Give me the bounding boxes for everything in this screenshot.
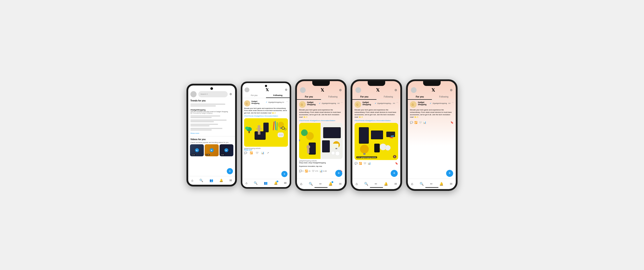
p1-bar (190, 117, 212, 118)
p1-search-bar[interactable]: Search X (198, 91, 228, 97)
p5-tab-following[interactable]: Following (432, 94, 456, 100)
p4-nav-bell[interactable]: 🔔 (384, 182, 388, 186)
p2-more-icon[interactable]: ··· (286, 100, 288, 103)
p3-nav-home[interactable]: ⌂ (300, 182, 302, 186)
p5-like-icon[interactable]: 🤍 (419, 121, 422, 124)
p2-tab-foryou[interactable]: For you (242, 93, 266, 98)
p2-tweet-header: G Gadget Shopping ✓ @gadgetshopping Ad ·… (244, 100, 288, 107)
p5-tweet-meta: Gadget Shopping ✓ @gadgetshopping Ad (418, 101, 450, 106)
p3-tweet-images[interactable] (299, 123, 343, 159)
p4-video-site: gadgetshopping.website (361, 156, 376, 158)
p1-nav-search[interactable]: 🔍 (200, 179, 203, 182)
p4-nav-home[interactable]: ⌂ (356, 182, 358, 186)
p2-stats-icon[interactable]: 📊 (261, 151, 264, 154)
p5-nav-compose[interactable]: ✏ (430, 182, 433, 186)
p4-fab[interactable]: + (391, 170, 398, 177)
p4-nav-search[interactable]: 🔍 (364, 182, 368, 186)
p4-comment-icon[interactable]: 💬 (354, 162, 358, 165)
p3-more-icon[interactable]: ··· (341, 101, 343, 104)
p3-tab-following[interactable]: Following (321, 94, 345, 100)
p5-nav-home[interactable]: ⌂ (411, 182, 413, 186)
p3-views-action[interactable]: 📊 8.4M (320, 170, 327, 172)
p5-more-icon[interactable]: ··· (452, 101, 454, 104)
p2-retweet-icon[interactable]: 🔁 (250, 151, 253, 154)
p2-tweet-card: G Gadget Shopping ✓ @gadgetshopping Ad ·… (242, 99, 290, 156)
p1-videos-row: ▶ 11.2K ▶ 2.7M ▶ 8.2M (188, 144, 235, 156)
p5-fab[interactable]: + (446, 170, 453, 177)
p3-nav-search[interactable]: 🔍 (309, 182, 313, 186)
p1-nav-home[interactable]: ⌂ (191, 179, 193, 182)
p3-gear-icon[interactable]: ⚙ (339, 88, 342, 92)
p2-tweet-meta: Gadget Shopping ✓ @gadgetshopping Ad (251, 100, 284, 104)
p3-fab[interactable]: + (335, 170, 342, 177)
p1-nav-bell[interactable]: 🔔 (219, 179, 223, 182)
p1-hashtag-item[interactable]: #GadgetShopping Join the revolution and … (188, 108, 235, 115)
p1-avatar[interactable] (190, 91, 196, 97)
p4-bookmark-icon[interactable]: 🔖 (395, 162, 398, 165)
p3-retweet-action[interactable]: 🔁 23 (305, 170, 310, 172)
p2-fab[interactable]: + (281, 171, 288, 177)
p1-video-3[interactable]: ▶ 8.2M (220, 144, 233, 156)
p4-gear-icon[interactable]: ⚙ (394, 88, 397, 92)
p2-nav-mail[interactable]: ✉ (284, 181, 286, 185)
p1-play-3[interactable]: ▶ (224, 148, 228, 152)
p5-bookmark-icon[interactable]: 🔖 (450, 121, 454, 124)
p5-retweet-icon[interactable]: 🔁 (414, 121, 418, 124)
p3-tab-foryou[interactable]: For you (297, 94, 321, 100)
p4-avatar[interactable] (356, 87, 361, 93)
svg-point-35 (306, 145, 310, 149)
p2-like-icon[interactable]: 🤍 (256, 151, 258, 154)
p5-nav-mail[interactable]: ✉ (450, 182, 452, 186)
p5-tab-foryou[interactable]: For you (408, 94, 432, 100)
p3-nav-compose[interactable]: ✏ (319, 182, 322, 186)
p5-stats-icon[interactable]: 📊 (423, 121, 426, 124)
phone-4: 𝕏 ⚙ For you Following G Gadget Shopping (350, 79, 402, 191)
p4-more-icon[interactable]: ··· (396, 101, 398, 104)
p3-like-count: 473 (315, 170, 318, 172)
p3-img-left (299, 123, 320, 159)
p4-nav-compose[interactable]: ✏ (375, 182, 377, 186)
p3-like-action[interactable]: 🤍 473 (312, 170, 318, 172)
p4-stats-icon[interactable]: 📊 (368, 162, 371, 165)
p1-trend-group-3 (188, 119, 235, 123)
p1-video-1[interactable]: ▶ 11.2K (190, 144, 204, 156)
p5-gear-icon[interactable]: ⚙ (450, 88, 453, 92)
p2-nav-home[interactable]: ⌂ (246, 181, 247, 185)
p2-gear-icon[interactable]: ⚙ (285, 88, 288, 91)
p5-nav-search[interactable]: 🔍 (420, 182, 424, 186)
p4-tab-following[interactable]: Following (376, 94, 400, 100)
p2-comment-icon[interactable]: 💬 (244, 151, 247, 154)
p1-play-2[interactable]: ▶ (210, 148, 214, 152)
p1-bottom-nav: ⌂ 🔍 👥 🔔 ✉ (188, 176, 235, 185)
p1-show-more[interactable]: Show more (188, 132, 235, 135)
p3-avatar[interactable] (300, 87, 306, 93)
p2-tab-following[interactable]: Following (266, 93, 290, 98)
p1-video-2[interactable]: ▶ 2.7M (205, 144, 218, 156)
p3-nav-mail[interactable]: ✉ (339, 182, 342, 186)
p4-like-icon[interactable]: 🤍 (363, 162, 366, 165)
p1-promoted-text: Promoted by Gadget Shopping (193, 112, 212, 114)
p4-tab-foryou[interactable]: For you (352, 94, 376, 100)
p2-tweet-image[interactable] (244, 118, 288, 147)
p1-fab[interactable]: + (227, 168, 233, 174)
p1-gear-icon[interactable]: ⚙ (230, 93, 233, 96)
p2-share-icon[interactable]: ↗ (267, 151, 269, 154)
p5-nav-bell[interactable]: 🔔 (439, 182, 444, 186)
p1-play-1[interactable]: ▶ (195, 148, 199, 152)
p2-link[interactable]: gadgetshopping.website (244, 147, 288, 149)
p1-nav-mail[interactable]: ✉ (230, 179, 232, 182)
p4-tweet-avatar: G (354, 101, 361, 108)
p4-retweet-icon[interactable]: 🔁 (359, 162, 362, 165)
p2-cta[interactable]: Shop now! (244, 149, 288, 151)
p4-nav-mail[interactable]: ✉ (394, 182, 397, 186)
p3-link[interactable]: gadgetshopping.website (299, 160, 317, 162)
p2-nav-search[interactable]: 🔍 (254, 181, 258, 185)
p2-avatar[interactable] (244, 87, 249, 92)
p5-comment-icon[interactable]: 💬 (410, 121, 413, 124)
p4-video-thumb[interactable]: 2:23 gadgetshopping.website 🔇 (354, 123, 398, 160)
p2-nav-people[interactable]: 👥 (264, 181, 268, 185)
p5-avatar[interactable] (411, 87, 416, 93)
p1-nav-people[interactable]: 👥 (210, 179, 213, 182)
p2-bell-badge: 4 (276, 181, 278, 182)
p3-comment-action[interactable]: 💬 2 (299, 170, 304, 172)
